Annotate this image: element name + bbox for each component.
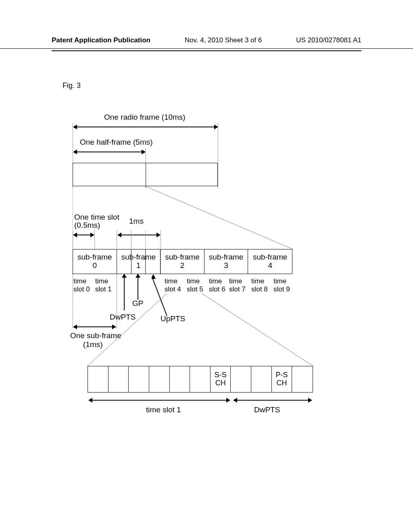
radio-frame-label: One radio frame (10ms) [104,113,186,122]
sym-8 [251,366,272,392]
sym-10 [292,366,313,392]
sf1-div1 [131,249,131,274]
sym-3 [149,366,170,392]
sym-0 [88,366,108,392]
half-frame-divider [146,163,146,186]
psch-cell: P-S CH [272,366,292,392]
expansion-lines-2 [73,274,323,371]
bottom-dwpts-arrow [234,400,312,401]
bottom-ts1-arrow [89,400,230,401]
onems-arrow [118,235,160,235]
subframe-row: sub-frame 0 sub-frame 1 sub-frame 2 sub-… [73,249,292,274]
ssch-cell: S-S CH [211,366,231,392]
sym-7 [231,366,251,392]
header-rule [52,50,361,51]
svg-line-1 [145,186,292,249]
guide-sf-left [73,231,73,250]
subframe-1: sub-frame 1 [117,249,161,274]
half-frame-label: One half-frame (5ms) [80,138,153,147]
sym-2 [129,366,149,392]
sym-5 [190,366,211,392]
bottom-ts1-label: time slot 1 [146,405,181,414]
header-left: Patent Application Publication [52,36,150,44]
one-time-slot-dur: (0.5ms) [74,221,100,230]
radio-frame-box [73,163,218,186]
subframe-3: sub-frame 3 [204,249,248,274]
svg-line-4 [88,293,167,366]
subframe-0: sub-frame 0 [73,249,117,274]
svg-line-5 [202,293,313,366]
symbol-row: S-S CH P-S CH [88,366,313,393]
sf1-div2 [145,249,146,274]
header-right: US 2010/0278081 A1 [296,36,361,44]
one-time-slot-label: One time slot [74,213,119,222]
bottom-dwpts-label: DwPTS [254,405,280,414]
guide-right [218,123,218,188]
radio-frame-arrow [73,127,218,127]
sym-1 [108,366,129,392]
page-header: Patent Application Publication Nov. 4, 2… [0,0,413,49]
sym-4 [170,366,190,392]
subframe-2: sub-frame 2 [161,249,204,274]
figure-label: Fig. 3 [63,81,81,90]
halfms-arrow [73,235,94,235]
header-center: Nov. 4, 2010 Sheet 3 of 6 [185,36,262,44]
half-frame-arrow [73,152,145,152]
guide-sf-ts [94,231,95,250]
one-ms-label: 1ms [129,217,144,226]
subframe-4: sub-frame 4 [248,249,292,274]
